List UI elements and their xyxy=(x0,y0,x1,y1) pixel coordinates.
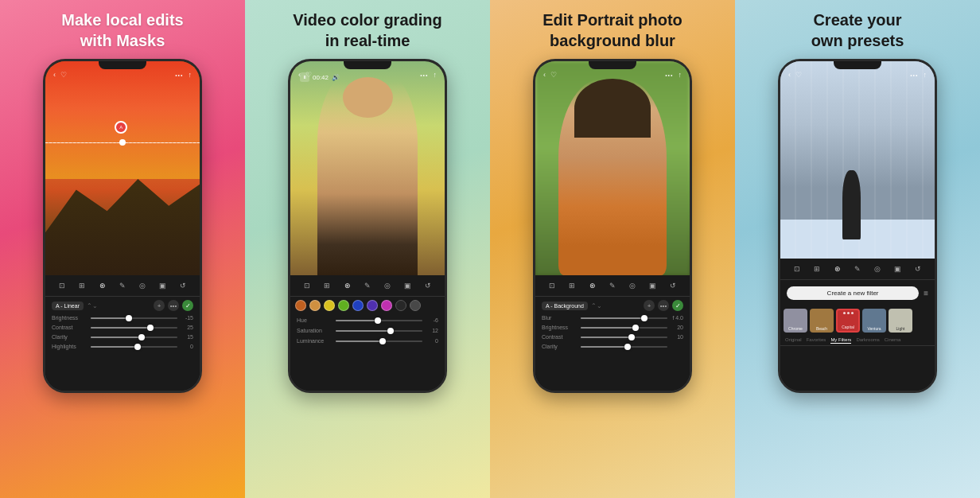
toolbar-video: ⊡ ⊞ ⊛ ✎ ◎ ▣ ↺ xyxy=(290,275,445,297)
slider-track-clarity-1[interactable] xyxy=(91,337,177,338)
swatch-gray[interactable] xyxy=(410,300,421,311)
slider-val-contrast-1: 25 xyxy=(181,325,193,330)
share-icon-1[interactable]: ↑ xyxy=(189,71,192,79)
more-icon-4[interactable]: ••• xyxy=(910,72,918,78)
more-icon-2[interactable]: ••• xyxy=(420,72,428,78)
add-preset-btn[interactable]: + xyxy=(154,300,165,311)
filter-light-label: Light xyxy=(889,326,912,331)
phone-frame-presets: ‹ ♡ ••• ↑ xyxy=(778,59,937,393)
tab-cinema[interactable]: Cinema xyxy=(885,337,901,344)
swatch-pink[interactable] xyxy=(381,300,392,311)
tab-my-filters[interactable]: My Filters xyxy=(830,337,851,344)
add-preset-btn-3[interactable]: + xyxy=(644,300,655,311)
vtool-frame[interactable]: ▣ xyxy=(402,279,414,292)
slider-contrast-3: Contrast 10 xyxy=(542,334,683,340)
back-icon-1[interactable]: ‹ xyxy=(53,71,56,79)
vtool-crop[interactable]: ⊡ xyxy=(301,279,313,292)
heart-icon-2[interactable]: ♡ xyxy=(305,71,312,79)
fltool-lens[interactable]: ◎ xyxy=(871,263,884,275)
ptool-draw[interactable]: ✎ xyxy=(606,279,619,292)
heart-icon-1[interactable]: ♡ xyxy=(60,71,67,79)
tool-adjust[interactable]: ⊞ xyxy=(76,279,88,292)
filter-capital[interactable]: Capital xyxy=(836,309,860,333)
preset-arrows-1[interactable]: ⌃⌄ xyxy=(87,302,98,309)
vtool-draw[interactable]: ✎ xyxy=(361,279,374,292)
back-icon-2[interactable]: ‹ xyxy=(298,71,301,79)
ptool-crop[interactable]: ⊡ xyxy=(546,279,558,292)
more-preset-btn-3[interactable]: ••• xyxy=(658,300,669,311)
slider-label-brightness-1: Brightness xyxy=(52,315,88,321)
vtool-mask[interactable]: ⊛ xyxy=(341,279,354,292)
ptool-lens[interactable]: ◎ xyxy=(626,279,639,292)
sky-gradient xyxy=(45,61,200,179)
share-icon-2[interactable]: ↑ xyxy=(434,71,438,79)
swatch-purple[interactable] xyxy=(367,300,378,311)
tool-lens[interactable]: ◎ xyxy=(136,279,149,292)
swatch-blue[interactable] xyxy=(352,300,364,311)
filter-capital-label: Capital xyxy=(838,325,858,329)
tab-favorites[interactable]: Favorites xyxy=(807,337,826,344)
slider-track-contrast-1[interactable] xyxy=(91,327,177,329)
slider-track-clarity-3[interactable] xyxy=(581,346,667,348)
vtool-lens[interactable]: ◎ xyxy=(381,279,394,292)
slider-track-saturation[interactable] xyxy=(336,330,422,332)
confirm-preset-btn-3[interactable]: ✓ xyxy=(672,300,683,311)
slider-track-contrast-3[interactable] xyxy=(581,337,667,338)
slider-brightness-3: Brightness 20 xyxy=(542,325,683,330)
swatch-yellow[interactable] xyxy=(324,300,335,311)
share-icon-3[interactable]: ↑ xyxy=(679,71,682,79)
ptool-frame[interactable]: ▣ xyxy=(647,279,659,292)
filter-chrome[interactable]: Chrome xyxy=(784,309,807,333)
filter-light[interactable]: Light xyxy=(889,309,912,333)
swatch-green[interactable] xyxy=(338,300,349,311)
slider-track-hue[interactable] xyxy=(336,320,422,321)
filter-ventura[interactable]: Ventura xyxy=(862,309,886,333)
tool-crop[interactable]: ⊡ xyxy=(56,279,68,292)
filter-beach[interactable]: Beach xyxy=(810,309,834,333)
heart-icon-3[interactable]: ♡ xyxy=(550,71,557,79)
vtool-history[interactable]: ↺ xyxy=(422,279,434,292)
preset-name-3[interactable]: A - Background xyxy=(542,302,588,310)
fltool-crop[interactable]: ⊡ xyxy=(791,263,803,275)
back-icon-4[interactable]: ‹ xyxy=(788,71,791,79)
more-icon-1[interactable]: ••• xyxy=(175,72,183,78)
fltool-frame[interactable]: ▣ xyxy=(892,263,904,275)
fltool-adjust[interactable]: ⊞ xyxy=(811,263,823,275)
swatch-amber[interactable] xyxy=(309,300,321,311)
fltool-history[interactable]: ↺ xyxy=(912,263,924,275)
ptool-mask[interactable]: ⊛ xyxy=(586,279,599,292)
back-icon-3[interactable]: ‹ xyxy=(543,71,546,79)
vtool-adjust[interactable]: ⊞ xyxy=(321,279,333,292)
slider-track-luminance[interactable] xyxy=(336,340,422,342)
fltool-draw[interactable]: ✎ xyxy=(851,263,864,275)
tool-history[interactable]: ↺ xyxy=(177,279,189,292)
tab-original[interactable]: Original xyxy=(785,337,802,344)
slider-val-hue: -6 xyxy=(426,317,438,323)
slider-track-brightness-1[interactable] xyxy=(91,317,177,319)
slider-track-highlights-1[interactable] xyxy=(91,346,177,348)
confirm-preset-btn[interactable]: ✓ xyxy=(182,300,193,311)
ptool-adjust[interactable]: ⊞ xyxy=(566,279,578,292)
tool-mask[interactable]: ⊛ xyxy=(96,279,109,292)
ptool-history[interactable]: ↺ xyxy=(667,279,679,292)
slider-track-blur[interactable] xyxy=(581,317,667,319)
toolbar-masks: ⊡ ⊞ ⊛ ✎ ◎ ▣ ↺ xyxy=(45,275,200,297)
tool-frame[interactable]: ▣ xyxy=(157,279,169,292)
filter-menu-icon[interactable]: ≡ xyxy=(924,289,928,298)
swatch-orange[interactable] xyxy=(295,300,306,311)
more-preset-btn[interactable]: ••• xyxy=(168,300,179,311)
fltool-mask[interactable]: ⊛ xyxy=(831,263,844,275)
heart-icon-4[interactable]: ♡ xyxy=(795,71,802,79)
more-icon-3[interactable]: ••• xyxy=(665,72,673,78)
tab-darkrooms[interactable]: Darkrooms xyxy=(856,337,879,344)
swatch-dark[interactable] xyxy=(395,300,406,311)
mask-center-dot[interactable] xyxy=(119,139,126,146)
preset-arrows-3[interactable]: ⌃⌄ xyxy=(591,302,602,309)
create-filter-button[interactable]: Create a new filter xyxy=(787,286,919,300)
tool-draw[interactable]: ✎ xyxy=(116,279,129,292)
preset-name-1[interactable]: A - Linear xyxy=(52,302,84,310)
person-head xyxy=(342,77,392,118)
slider-label-contrast-3: Contrast xyxy=(542,334,578,340)
slider-track-brightness-3[interactable] xyxy=(581,327,667,329)
share-icon-4[interactable]: ↑ xyxy=(924,71,928,79)
